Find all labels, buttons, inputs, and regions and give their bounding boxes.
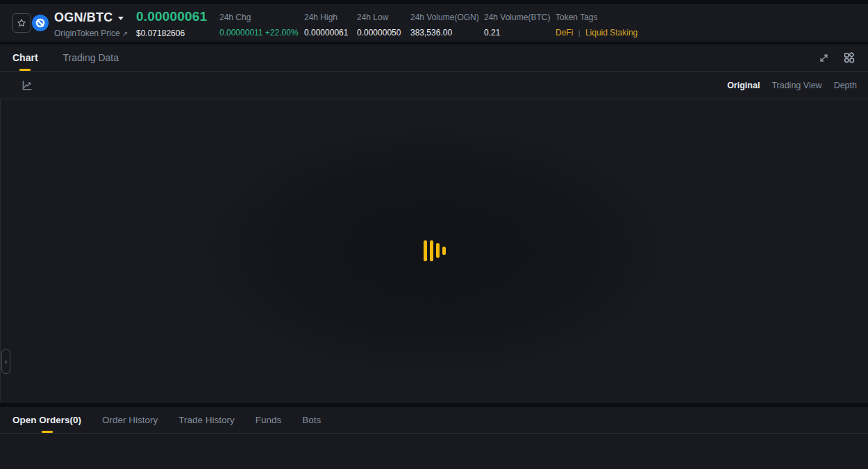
tab-trading-data-label: Trading Data bbox=[63, 52, 119, 63]
chart-toolbar: Original Trading View Depth bbox=[0, 72, 868, 99]
external-link-icon: ↗ bbox=[122, 30, 128, 38]
pair-block: OGN/BTC OriginToken Price ↗ bbox=[54, 10, 128, 38]
tab-bots-label: Bots bbox=[302, 415, 321, 425]
stat-value: 383,536.00 bbox=[410, 28, 479, 38]
ticker-header: OGN/BTC OriginToken Price ↗ 0.00000061 $… bbox=[0, 4, 868, 42]
chart-mode-depth[interactable]: Depth bbox=[834, 81, 857, 90]
chart-canvas[interactable] bbox=[0, 99, 868, 402]
tab-trading-data[interactable]: Trading Data bbox=[63, 44, 119, 71]
stat-24h-high: 24h High 0.00000061 bbox=[304, 13, 348, 38]
tag-liquid-staking[interactable]: Liquid Staking bbox=[585, 28, 637, 38]
token-tags-label: Token Tags bbox=[556, 13, 637, 22]
tag-separator: | bbox=[578, 28, 581, 37]
chart-mode-switch: Original Trading View Depth bbox=[727, 81, 857, 90]
stat-label: 24h Chg bbox=[219, 13, 299, 22]
favorite-button[interactable] bbox=[12, 13, 31, 33]
chevron-right-icon: › bbox=[5, 357, 8, 365]
tab-open-orders-label: Open Orders(0) bbox=[12, 415, 81, 425]
tab-order-history[interactable]: Order History bbox=[102, 407, 158, 433]
tab-chart[interactable]: Chart bbox=[12, 44, 38, 71]
last-price-usd: $0.07182606 bbox=[136, 28, 207, 38]
stat-24h-volume-btc: 24h Volume(BTC) 0.21 bbox=[484, 13, 550, 38]
stat-24h-chg: 24h Chg 0.00000011 +22.00% bbox=[219, 13, 299, 38]
stat-label: 24h High bbox=[304, 13, 348, 22]
stat-24h-low: 24h Low 0.00000050 bbox=[357, 13, 401, 38]
tab-chart-label: Chart bbox=[12, 52, 38, 63]
chart-loading-indicator bbox=[424, 240, 446, 261]
stat-value: 0.00000050 bbox=[357, 28, 401, 38]
price-block: 0.00000061 $0.07182606 bbox=[136, 9, 207, 38]
chevron-down-icon bbox=[118, 17, 124, 20]
tab-trade-history[interactable]: Trade History bbox=[178, 407, 235, 433]
chart-mode-original[interactable]: Original bbox=[727, 81, 760, 90]
tab-funds[interactable]: Funds bbox=[256, 407, 282, 433]
line-chart-icon[interactable] bbox=[21, 79, 33, 92]
layout-grid-icon[interactable] bbox=[843, 51, 856, 64]
token-tags: Token Tags DeFi | Liquid Staking bbox=[556, 13, 637, 38]
stat-value: 0.00000061 bbox=[304, 28, 348, 38]
pair-selector[interactable]: OGN/BTC bbox=[54, 10, 128, 25]
tab-funds-label: Funds bbox=[256, 415, 282, 425]
stat-value: 0.21 bbox=[484, 28, 550, 38]
orders-tab-row: Open Orders(0) Order History Trade Histo… bbox=[0, 407, 868, 434]
expand-icon[interactable] bbox=[819, 53, 829, 63]
loading-bar bbox=[436, 243, 440, 258]
main-tab-row: Chart Trading Data bbox=[0, 44, 868, 72]
tab-trade-history-label: Trade History bbox=[178, 415, 235, 425]
loading-bar bbox=[424, 240, 427, 261]
active-tab-underline bbox=[19, 69, 31, 71]
orders-content-empty bbox=[0, 434, 868, 468]
stat-24h-volume-ogn: 24h Volume(OGN) 383,536.00 bbox=[410, 13, 479, 38]
token-price-label: OriginToken Price bbox=[54, 28, 120, 38]
ogn-coin-logo bbox=[32, 15, 49, 31]
active-tab-underline bbox=[42, 431, 53, 433]
tab-open-orders[interactable]: Open Orders(0) bbox=[12, 407, 81, 433]
pair-name: OGN/BTC bbox=[54, 10, 112, 25]
token-price-link[interactable]: OriginToken Price ↗ bbox=[54, 28, 128, 38]
loading-bar bbox=[442, 247, 446, 255]
tag-defi[interactable]: DeFi bbox=[556, 28, 573, 38]
loading-bar bbox=[430, 240, 433, 261]
last-price: 0.00000061 bbox=[136, 9, 207, 24]
tab-order-history-label: Order History bbox=[102, 415, 158, 425]
stat-label: 24h Volume(OGN) bbox=[410, 13, 479, 22]
orders-panel: Open Orders(0) Order History Trade Histo… bbox=[0, 407, 868, 469]
sidebar-expand-handle[interactable]: › bbox=[1, 349, 10, 374]
tab-bots[interactable]: Bots bbox=[302, 407, 321, 433]
chart-mode-trading-view[interactable]: Trading View bbox=[771, 81, 821, 90]
chart-panel: Chart Trading Data bbox=[0, 44, 868, 403]
stat-label: 24h Low bbox=[357, 13, 401, 22]
tab-row-actions bbox=[819, 44, 856, 71]
stat-value: 0.00000011 +22.00% bbox=[219, 28, 299, 38]
star-icon bbox=[17, 18, 26, 28]
stat-label: 24h Volume(BTC) bbox=[484, 13, 550, 22]
